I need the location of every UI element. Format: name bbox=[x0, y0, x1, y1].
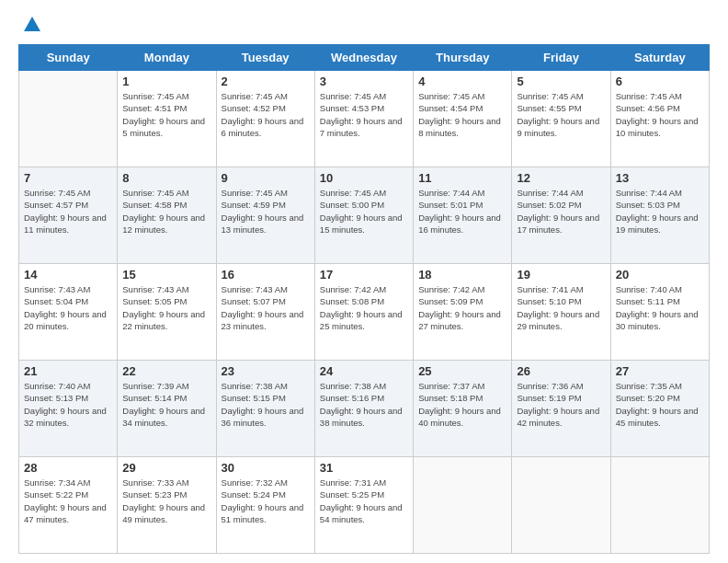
day-number: 24 bbox=[320, 364, 408, 378]
day-info: Sunrise: 7:36 AMSunset: 5:19 PMDaylight:… bbox=[517, 380, 605, 429]
day-number: 6 bbox=[616, 75, 704, 88]
calendar-cell: 15Sunrise: 7:43 AMSunset: 5:05 PMDayligh… bbox=[118, 264, 216, 361]
day-number: 4 bbox=[418, 75, 506, 88]
calendar-cell: 18Sunrise: 7:42 AMSunset: 5:09 PMDayligh… bbox=[414, 264, 512, 361]
calendar-cell: 23Sunrise: 7:38 AMSunset: 5:15 PMDayligh… bbox=[216, 361, 314, 457]
day-number: 27 bbox=[616, 364, 704, 378]
day-info: Sunrise: 7:32 AMSunset: 5:24 PMDaylight:… bbox=[222, 477, 310, 525]
calendar-cell: 21Sunrise: 7:40 AMSunset: 5:13 PMDayligh… bbox=[19, 361, 118, 457]
day-number: 12 bbox=[517, 171, 605, 185]
calendar-cell: 26Sunrise: 7:36 AMSunset: 5:19 PMDayligh… bbox=[512, 361, 610, 457]
calendar-cell: 6Sunrise: 7:45 AMSunset: 4:56 PMDaylight… bbox=[610, 71, 709, 167]
day-number: 21 bbox=[24, 364, 112, 378]
day-of-week-header: Thursday bbox=[414, 45, 512, 71]
calendar-cell bbox=[512, 457, 610, 554]
calendar-cell: 31Sunrise: 7:31 AMSunset: 5:25 PMDayligh… bbox=[314, 457, 413, 554]
day-number: 13 bbox=[616, 171, 704, 185]
day-of-week-header: Wednesday bbox=[314, 45, 413, 71]
calendar: SundayMondayTuesdayWednesdayThursdayFrid… bbox=[18, 44, 710, 554]
day-of-week-header: Tuesday bbox=[216, 45, 314, 71]
logo-icon bbox=[22, 15, 42, 35]
day-info: Sunrise: 7:44 AMSunset: 5:02 PMDaylight:… bbox=[517, 187, 605, 236]
day-number: 30 bbox=[222, 461, 310, 475]
calendar-cell: 1Sunrise: 7:45 AMSunset: 4:51 PMDaylight… bbox=[118, 71, 216, 167]
day-of-week-header: Sunday bbox=[19, 45, 118, 71]
day-info: Sunrise: 7:45 AMSunset: 4:52 PMDaylight:… bbox=[222, 90, 310, 139]
calendar-cell: 2Sunrise: 7:45 AMSunset: 4:52 PMDaylight… bbox=[216, 71, 314, 167]
calendar-cell: 19Sunrise: 7:41 AMSunset: 5:10 PMDayligh… bbox=[512, 264, 610, 361]
day-info: Sunrise: 7:43 AMSunset: 5:05 PMDaylight:… bbox=[122, 283, 210, 332]
calendar-cell bbox=[19, 71, 118, 167]
day-number: 14 bbox=[24, 268, 112, 282]
day-number: 1 bbox=[122, 75, 210, 88]
calendar-cell: 11Sunrise: 7:44 AMSunset: 5:01 PMDayligh… bbox=[414, 167, 512, 264]
day-info: Sunrise: 7:38 AMSunset: 5:16 PMDaylight:… bbox=[320, 380, 408, 429]
calendar-cell: 17Sunrise: 7:42 AMSunset: 5:08 PMDayligh… bbox=[314, 264, 413, 361]
day-info: Sunrise: 7:45 AMSunset: 4:57 PMDaylight:… bbox=[24, 187, 112, 236]
day-info: Sunrise: 7:35 AMSunset: 5:20 PMDaylight:… bbox=[616, 380, 704, 429]
calendar-cell: 13Sunrise: 7:44 AMSunset: 5:03 PMDayligh… bbox=[610, 167, 709, 264]
day-info: Sunrise: 7:42 AMSunset: 5:08 PMDaylight:… bbox=[320, 283, 408, 332]
day-info: Sunrise: 7:38 AMSunset: 5:15 PMDaylight:… bbox=[222, 380, 310, 429]
day-number: 8 bbox=[122, 171, 210, 185]
calendar-cell: 30Sunrise: 7:32 AMSunset: 5:24 PMDayligh… bbox=[216, 457, 314, 554]
day-info: Sunrise: 7:42 AMSunset: 5:09 PMDaylight:… bbox=[418, 283, 506, 332]
calendar-cell: 27Sunrise: 7:35 AMSunset: 5:20 PMDayligh… bbox=[610, 361, 709, 457]
day-info: Sunrise: 7:45 AMSunset: 4:59 PMDaylight:… bbox=[222, 187, 310, 236]
day-number: 23 bbox=[222, 364, 310, 378]
day-number: 11 bbox=[418, 171, 506, 185]
calendar-cell: 14Sunrise: 7:43 AMSunset: 5:04 PMDayligh… bbox=[19, 264, 118, 361]
day-number: 19 bbox=[517, 268, 605, 282]
day-info: Sunrise: 7:45 AMSunset: 4:54 PMDaylight:… bbox=[418, 90, 506, 139]
day-number: 5 bbox=[517, 75, 605, 88]
day-number: 2 bbox=[222, 75, 310, 88]
calendar-cell: 24Sunrise: 7:38 AMSunset: 5:16 PMDayligh… bbox=[314, 361, 413, 457]
calendar-cell: 3Sunrise: 7:45 AMSunset: 4:53 PMDaylight… bbox=[314, 71, 413, 167]
day-info: Sunrise: 7:43 AMSunset: 5:04 PMDaylight:… bbox=[24, 283, 112, 332]
calendar-cell: 25Sunrise: 7:37 AMSunset: 5:18 PMDayligh… bbox=[414, 361, 512, 457]
calendar-cell: 29Sunrise: 7:33 AMSunset: 5:23 PMDayligh… bbox=[118, 457, 216, 554]
header bbox=[18, 15, 710, 35]
day-info: Sunrise: 7:33 AMSunset: 5:23 PMDaylight:… bbox=[122, 477, 210, 525]
day-number: 3 bbox=[320, 75, 408, 88]
day-number: 31 bbox=[320, 461, 408, 475]
day-info: Sunrise: 7:45 AMSunset: 4:55 PMDaylight:… bbox=[517, 90, 605, 139]
day-info: Sunrise: 7:45 AMSunset: 4:58 PMDaylight:… bbox=[122, 187, 210, 236]
calendar-cell bbox=[414, 457, 512, 554]
day-number: 16 bbox=[222, 268, 310, 282]
svg-marker-0 bbox=[24, 17, 40, 31]
calendar-cell: 5Sunrise: 7:45 AMSunset: 4:55 PMDaylight… bbox=[512, 71, 610, 167]
day-info: Sunrise: 7:45 AMSunset: 4:53 PMDaylight:… bbox=[320, 90, 408, 139]
calendar-cell: 8Sunrise: 7:45 AMSunset: 4:58 PMDaylight… bbox=[118, 167, 216, 264]
day-info: Sunrise: 7:39 AMSunset: 5:14 PMDaylight:… bbox=[122, 380, 210, 429]
calendar-cell: 7Sunrise: 7:45 AMSunset: 4:57 PMDaylight… bbox=[19, 167, 118, 264]
day-info: Sunrise: 7:41 AMSunset: 5:10 PMDaylight:… bbox=[517, 283, 605, 332]
day-info: Sunrise: 7:45 AMSunset: 5:00 PMDaylight:… bbox=[320, 187, 408, 236]
day-number: 9 bbox=[222, 171, 310, 185]
day-of-week-header: Friday bbox=[512, 45, 610, 71]
calendar-cell: 20Sunrise: 7:40 AMSunset: 5:11 PMDayligh… bbox=[610, 264, 709, 361]
day-info: Sunrise: 7:43 AMSunset: 5:07 PMDaylight:… bbox=[222, 283, 310, 332]
day-info: Sunrise: 7:40 AMSunset: 5:13 PMDaylight:… bbox=[24, 380, 112, 429]
calendar-cell: 22Sunrise: 7:39 AMSunset: 5:14 PMDayligh… bbox=[118, 361, 216, 457]
day-number: 20 bbox=[616, 268, 704, 282]
day-info: Sunrise: 7:44 AMSunset: 5:01 PMDaylight:… bbox=[418, 187, 506, 236]
day-number: 25 bbox=[418, 364, 506, 378]
day-info: Sunrise: 7:40 AMSunset: 5:11 PMDaylight:… bbox=[616, 283, 704, 332]
calendar-cell bbox=[610, 457, 709, 554]
logo bbox=[18, 15, 42, 35]
day-number: 26 bbox=[517, 364, 605, 378]
day-number: 7 bbox=[24, 171, 112, 185]
day-number: 17 bbox=[320, 268, 408, 282]
day-number: 29 bbox=[122, 461, 210, 475]
day-info: Sunrise: 7:34 AMSunset: 5:22 PMDaylight:… bbox=[24, 477, 112, 525]
day-number: 28 bbox=[24, 461, 112, 475]
day-of-week-header: Monday bbox=[118, 45, 216, 71]
day-number: 10 bbox=[320, 171, 408, 185]
day-info: Sunrise: 7:44 AMSunset: 5:03 PMDaylight:… bbox=[616, 187, 704, 236]
day-info: Sunrise: 7:45 AMSunset: 4:56 PMDaylight:… bbox=[616, 90, 704, 139]
day-number: 18 bbox=[418, 268, 506, 282]
day-info: Sunrise: 7:37 AMSunset: 5:18 PMDaylight:… bbox=[418, 380, 506, 429]
calendar-cell: 4Sunrise: 7:45 AMSunset: 4:54 PMDaylight… bbox=[414, 71, 512, 167]
calendar-cell: 9Sunrise: 7:45 AMSunset: 4:59 PMDaylight… bbox=[216, 167, 314, 264]
